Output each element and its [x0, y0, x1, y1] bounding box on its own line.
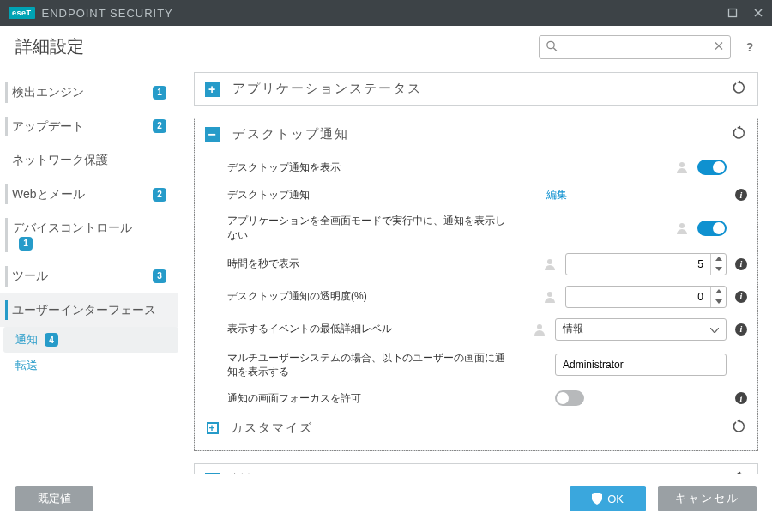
maximize-icon[interactable] [727, 8, 738, 18]
reset-icon[interactable] [732, 419, 747, 437]
chevron-down-icon [710, 323, 719, 336]
sidebar-badge: 2 [153, 188, 166, 202]
sidebar-item-label: 検出エンジン [12, 84, 146, 101]
row-duration-seconds: 時間を秒で表示 [195, 248, 757, 281]
row-label: 時間を秒で表示 [227, 257, 510, 271]
help-button[interactable]: ? [743, 40, 757, 54]
toggle-allow-focus[interactable] [555, 390, 584, 406]
sidebar-sub-label: 転送 [15, 358, 38, 373]
sidebar-item-webmail[interactable]: Webとメール 2 [0, 178, 178, 212]
row-label: 通知の画面フォーカスを許可 [227, 391, 510, 406]
row-allow-focus: 通知の画面フォーカスを許可 [195, 384, 757, 412]
svg-point-4 [547, 259, 552, 264]
expand-icon[interactable] [205, 473, 220, 474]
titlebar: eseT ENDPOINT SECURITY [0, 0, 772, 26]
content: アプリケーションステータス デスクトップ通知 デスクトップ通知を表示 [184, 69, 772, 474]
info-icon[interactable] [735, 258, 747, 270]
opacity-stepper[interactable] [565, 286, 727, 308]
page-title: 詳細設定 [15, 35, 84, 58]
row-show-notify: デスクトップ通知を表示 [195, 154, 757, 181]
search-icon [546, 39, 558, 54]
sidebar-badge: 3 [153, 269, 166, 283]
cancel-button[interactable]: キャンセル [658, 486, 757, 511]
multiuser-input[interactable] [555, 354, 727, 376]
search-input[interactable] [539, 35, 731, 59]
svg-point-1 [547, 41, 554, 48]
seconds-stepper[interactable] [565, 253, 727, 275]
spin-down-icon[interactable] [711, 264, 726, 275]
reset-icon[interactable] [732, 80, 747, 98]
close-icon[interactable] [753, 8, 763, 18]
reset-icon[interactable] [732, 471, 747, 474]
svg-point-5 [547, 292, 552, 297]
collapse-icon[interactable] [205, 127, 220, 142]
subsection-title: カスタマイズ [231, 420, 313, 436]
sidebar-badge: 4 [45, 333, 58, 347]
sidebar-item-update[interactable]: アップデート 2 [0, 110, 178, 144]
ok-button[interactable]: OK [570, 486, 646, 511]
info-icon[interactable] [735, 189, 747, 201]
spin-up-icon[interactable] [711, 254, 726, 264]
opacity-input[interactable] [566, 291, 710, 303]
sidebar-badge: 2 [153, 119, 166, 133]
info-icon[interactable] [735, 291, 747, 303]
spin-down-icon[interactable] [711, 297, 726, 307]
info-icon[interactable] [735, 392, 747, 404]
edit-link[interactable]: 編集 [546, 188, 567, 203]
search-wrap [539, 35, 731, 59]
expand-icon[interactable]: + [207, 422, 219, 434]
brand-text: ENDPOINT SECURITY [42, 7, 173, 20]
panel-interactive-head[interactable]: 対話アラート [195, 464, 757, 474]
sidebar-sub-notifications[interactable]: 通知 4 [3, 327, 178, 353]
shield-icon [592, 493, 602, 505]
svg-point-6 [537, 324, 542, 329]
sidebar-item-detection[interactable]: 検出エンジン 1 [0, 76, 178, 110]
header: 詳細設定 ? [0, 26, 772, 69]
user-icon [543, 257, 557, 271]
sidebar-sub-label: 通知 [15, 332, 38, 348]
expand-icon[interactable] [205, 82, 220, 97]
user-icon [675, 221, 689, 235]
row-opacity: デスクトップ通知の透明度(%) [195, 281, 757, 313]
sidebar-item-label: デバイスコントロール [12, 220, 166, 237]
panel-desktop-notify-head[interactable]: デスクトップ通知 [195, 118, 757, 150]
row-label: アプリケーションを全画面モードで実行中に、通知を表示しない [227, 214, 510, 243]
subsection-customize-head[interactable]: + カスタマイズ [195, 412, 757, 444]
row-edit-notify: デスクトップ通知 編集 [195, 181, 757, 209]
default-button[interactable]: 既定値 [15, 486, 93, 511]
sidebar-item-label: アップデート [12, 118, 146, 136]
toggle-fullscreen-suppress[interactable] [697, 221, 727, 236]
info-icon[interactable] [735, 323, 747, 336]
window-controls [727, 8, 763, 18]
sidebar-sub-forwarding[interactable]: 転送 [3, 353, 178, 378]
svg-rect-0 [729, 9, 737, 17]
user-icon [533, 323, 546, 336]
clear-search-icon[interactable] [714, 40, 724, 53]
panel-desktop-notify: デスクトップ通知 デスクトップ通知を表示 デスクトップ通知 [194, 118, 758, 451]
sidebar-item-ui[interactable]: ユーザーインターフェース [0, 293, 178, 328]
row-label: 表示するイベントの最低詳細レベル [227, 322, 510, 336]
select-value: 情報 [563, 322, 583, 336]
row-min-level: 表示するイベントの最低詳細レベル 情報 [195, 313, 757, 346]
panel-app-status: アプリケーションステータス [194, 72, 758, 106]
sidebar-item-device[interactable]: デバイスコントロール 1 [0, 211, 178, 259]
sidebar-badge: 1 [19, 237, 33, 251]
sidebar-item-label: ツール [12, 268, 146, 285]
sidebar-item-network[interactable]: ネットワーク保護 [0, 143, 178, 178]
seconds-input[interactable] [566, 258, 710, 270]
row-multiuser: マルチユーザーシステムの場合、以下のユーザーの画面に通知を表示する [195, 346, 757, 385]
sidebar-item-label: Webとメール [12, 186, 146, 203]
panel-app-status-head[interactable]: アプリケーションステータス [195, 73, 757, 105]
panel-title: デスクトップ通知 [232, 126, 349, 142]
row-label: マルチユーザーシステムの場合、以下のユーザーの画面に通知を表示する [227, 351, 510, 380]
footer: 既定値 OK キャンセル [0, 474, 772, 523]
ok-label: OK [607, 493, 624, 505]
svg-point-2 [679, 162, 685, 167]
reset-icon[interactable] [732, 125, 747, 143]
min-level-select[interactable]: 情報 [555, 318, 727, 341]
row-label: デスクトップ通知の透明度(%) [227, 289, 510, 304]
spin-up-icon[interactable] [711, 287, 726, 297]
user-icon [543, 290, 557, 304]
sidebar-item-tools[interactable]: ツール 3 [0, 259, 178, 293]
toggle-show-notify[interactable] [697, 160, 727, 175]
